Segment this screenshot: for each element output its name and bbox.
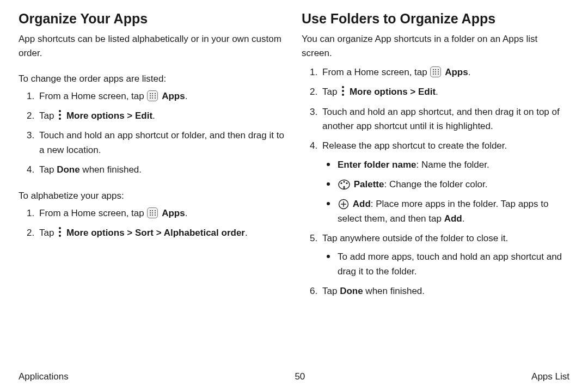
list-item: From a Home screen, tap Apps.: [320, 65, 569, 79]
step-text: .: [245, 228, 248, 238]
step-text: : Change the folder color.: [384, 179, 487, 189]
apps-label: Apps: [162, 208, 185, 218]
add-label: Add: [353, 199, 371, 209]
left-sub2: To alphabetize your apps:: [19, 189, 286, 203]
step-text: .: [462, 213, 465, 224]
left-lead: App shortcuts can be listed alphabetical…: [19, 32, 286, 60]
step-text: .: [185, 91, 188, 101]
apps-label: Apps: [162, 91, 185, 101]
list-item: Tap More options > Edit.: [320, 85, 569, 99]
more-options-icon: [57, 226, 63, 237]
step-text: Tap: [39, 111, 57, 121]
svg-point-1: [340, 182, 342, 184]
step-text: Tap: [39, 164, 57, 175]
more-options-label: More options > Edit: [66, 111, 152, 121]
more-options-icon: [340, 85, 346, 96]
sublist: Enter folder name: Name the folder. Pale…: [322, 158, 569, 226]
done-label: Done: [340, 286, 363, 296]
step-text: : Name the folder.: [416, 160, 489, 170]
step-text: From a Home screen, tap: [322, 67, 430, 77]
list-item: From a Home screen, tap Apps.: [37, 89, 286, 103]
list-item: Tap Done when finished.: [37, 163, 286, 177]
page-number: 50: [295, 371, 305, 382]
palette-icon: [338, 179, 350, 190]
add-label: Add: [444, 213, 462, 224]
add-icon: [338, 199, 349, 210]
step-text: .: [185, 208, 188, 218]
left-steps-2: From a Home screen, tap Apps. Tap More o…: [19, 206, 286, 241]
list-item: From a Home screen, tap Apps.: [37, 206, 286, 220]
apps-icon: [147, 90, 158, 101]
list-item: Add: Place more apps in the folder. Tap …: [329, 197, 569, 226]
list-item: Touch and hold an app shortcut, and then…: [320, 105, 569, 134]
list-item: Enter folder name: Name the folder.: [329, 158, 569, 172]
right-heading: Use Folders to Organize Apps: [302, 11, 569, 27]
step-text: when finished.: [80, 164, 142, 175]
footer-left: Applications: [19, 371, 69, 382]
apps-icon: [430, 66, 441, 77]
list-item: Palette: Change the folder color.: [329, 177, 569, 192]
step-text: Tap anywhere outside of the folder to cl…: [322, 233, 508, 243]
content-columns: Organize Your Apps App shortcuts can be …: [19, 11, 569, 364]
list-item: Release the app shortcut to create the f…: [320, 139, 569, 226]
step-text: From a Home screen, tap: [39, 208, 146, 218]
more-options-label: More options > Edit: [350, 87, 436, 97]
step-text: Tap: [322, 286, 340, 296]
list-item: Tap More options > Sort > Alphabetical o…: [37, 226, 286, 240]
step-text: .: [436, 87, 438, 97]
list-item: Tap Done when finished.: [320, 284, 569, 298]
palette-label: Palette: [354, 179, 384, 189]
right-lead: You can organize App shortcuts in a fold…: [302, 32, 569, 60]
step-text: .: [468, 67, 471, 77]
svg-point-2: [343, 181, 345, 182]
left-sub1: To change the order apps are listed:: [19, 72, 286, 86]
left-steps-1: From a Home screen, tap Apps. Tap More o…: [19, 89, 286, 177]
footer-right: Apps List: [531, 371, 569, 382]
more-options-icon: [57, 109, 63, 120]
apps-label: Apps: [445, 67, 468, 77]
left-column: Organize Your Apps App shortcuts can be …: [19, 11, 286, 364]
step-text: when finished.: [363, 286, 425, 296]
more-options-label: More options > Sort > Alphabetical order: [66, 228, 245, 238]
step-text: Tap: [39, 228, 57, 238]
list-item: Tap More options > Edit.: [37, 109, 286, 123]
right-steps: From a Home screen, tap Apps. Tap More o…: [302, 65, 569, 298]
step-text: Tap: [322, 87, 340, 97]
list-item: Tap anywhere outside of the folder to cl…: [320, 231, 569, 279]
page-footer: Applications 50 Apps List: [19, 371, 569, 382]
right-column: Use Folders to Organize Apps You can org…: [302, 11, 569, 364]
step-text: .: [152, 111, 155, 121]
done-label: Done: [57, 164, 80, 175]
list-item: Touch and hold an app shortcut or folder…: [37, 128, 286, 157]
sublist: To add more apps, touch and hold an app …: [322, 250, 569, 279]
step-text: From a Home screen, tap: [39, 91, 146, 101]
left-heading: Organize Your Apps: [19, 11, 286, 27]
step-text: Release the app shortcut to create the f…: [322, 140, 507, 151]
apps-icon: [147, 207, 158, 218]
enter-folder-name-label: Enter folder name: [338, 160, 416, 170]
svg-point-3: [346, 182, 347, 184]
list-item: To add more apps, touch and hold an app …: [329, 250, 569, 279]
